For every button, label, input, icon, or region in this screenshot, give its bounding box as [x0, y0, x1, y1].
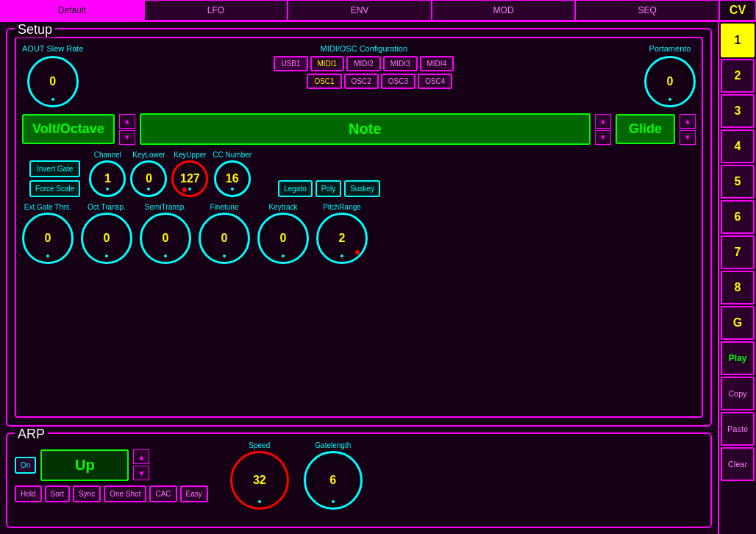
arp-label: ARP	[15, 427, 48, 442]
legato-button[interactable]: Legato	[278, 180, 313, 197]
cc-number-knob[interactable]: 16	[214, 160, 251, 197]
force-scale-button[interactable]: Force Scale	[29, 180, 80, 197]
channel-knob[interactable]: 1	[89, 160, 126, 197]
right-sidebar: 1 2 3 4 5 6 7 8 G Play Copy Paste Clear	[718, 22, 756, 534]
key-lower-knob[interactable]: 0	[130, 160, 167, 197]
usb1-btn[interactable]: USB1	[274, 56, 307, 71]
midi3-btn[interactable]: MIDI3	[383, 56, 418, 71]
finetune-label: Finetune	[210, 203, 239, 211]
sidebar-btn-8[interactable]: 8	[721, 271, 755, 305]
arp-top-row: On Up ▲ ▼	[15, 449, 208, 481]
midi-section: MIDI/OSC Configuration USB1 MIDI1 MIDI2 …	[91, 44, 637, 89]
sidebar-btn-6[interactable]: 6	[721, 200, 755, 234]
note-arrows: ▲ ▼	[595, 114, 611, 145]
key-lower-value: 0	[146, 172, 152, 185]
tab-env[interactable]: ENV	[288, 0, 432, 21]
pitch-range-value: 2	[339, 232, 346, 245]
gatelength-group: Gatelength 6	[304, 441, 363, 510]
ext-gate-knob[interactable]: 0	[22, 213, 74, 264]
arp-easy-button[interactable]: Easy	[180, 485, 208, 502]
sidebar-btn-g[interactable]: G	[721, 306, 755, 340]
arp-on-button[interactable]: On	[15, 457, 36, 474]
midi4-btn[interactable]: MIDI4	[420, 56, 454, 71]
note-display[interactable]: Note	[140, 113, 591, 145]
aout-knob[interactable]: 0	[27, 56, 79, 107]
note-up-arrow[interactable]: ▲	[595, 114, 611, 129]
sidebar-btn-7[interactable]: 7	[721, 235, 755, 269]
sidebar-btn-1[interactable]: 1	[721, 24, 755, 57]
arp-sort-button[interactable]: Sort	[45, 485, 70, 502]
key-upper-value: 127	[180, 172, 200, 185]
arp-sync-button[interactable]: Sync	[73, 485, 101, 502]
sidebar-btn-2[interactable]: 2	[721, 59, 755, 93]
volt-octave-button[interactable]: Volt/Octave	[22, 114, 115, 144]
tab-seq[interactable]: SEQ	[575, 0, 719, 21]
gatelength-value: 6	[329, 474, 336, 487]
ext-gate-value: 0	[45, 232, 51, 245]
finetune-knob[interactable]: 0	[199, 213, 250, 264]
tab-default[interactable]: Default	[0, 0, 144, 21]
cv-tab[interactable]: CV	[719, 0, 756, 21]
speed-knob[interactable]: 32	[230, 451, 289, 510]
oct-transp-label: Oct.Transp.	[88, 203, 126, 211]
arp-up-arrow[interactable]: ▲	[133, 449, 149, 464]
setup-inner: AOUT Slew Rate 0 MIDI/OSC Configuration …	[15, 37, 703, 418]
legato-poly-group: Legato Poly Suskey	[278, 180, 380, 197]
keytrack-group: Keytrack 0	[257, 203, 309, 264]
setup-bottom-row: Ext.Gate Thrs. 0 Oct.Transp. 0 SemiTrans…	[22, 203, 696, 264]
tab-mod[interactable]: MOD	[432, 0, 576, 21]
cc-number-value: 16	[226, 172, 239, 185]
semi-transp-knob[interactable]: 0	[140, 213, 191, 264]
midi-title: MIDI/OSC Configuration	[320, 44, 407, 53]
gatelength-knob[interactable]: 6	[304, 451, 363, 510]
setup-top-row: AOUT Slew Rate 0 MIDI/OSC Configuration …	[22, 44, 696, 107]
pitch-range-knob[interactable]: 2	[316, 213, 368, 264]
arp-one-shot-button[interactable]: One Shot	[104, 485, 146, 502]
setup-label: Setup	[15, 22, 55, 38]
portamento-knob[interactable]: 0	[644, 56, 696, 107]
midi2-btn[interactable]: MIDI2	[346, 56, 381, 71]
volt-down-arrow[interactable]: ▼	[119, 130, 135, 145]
sidebar-clear-button[interactable]: Clear	[721, 447, 755, 481]
note-down-arrow[interactable]: ▼	[595, 130, 611, 145]
sidebar-btn-3[interactable]: 3	[721, 94, 755, 128]
sidebar-paste-button[interactable]: Paste	[721, 412, 755, 446]
cc-number-group: CC Number 16	[213, 151, 252, 197]
oct-transp-knob[interactable]: 0	[81, 213, 132, 264]
sidebar-btn-4[interactable]: 4	[721, 129, 755, 163]
keytrack-knob[interactable]: 0	[257, 213, 309, 264]
midi1-btn[interactable]: MIDI1	[310, 56, 345, 71]
arp-display-arrows: ▲ ▼	[133, 449, 149, 480]
arp-panel: ARP On Up ▲ ▼ Hold Sort Sync	[6, 432, 712, 528]
invert-gate-button[interactable]: Invert Gate	[29, 160, 80, 177]
tab-lfo[interactable]: LFO	[144, 0, 288, 21]
speed-group: Speed 32	[230, 441, 289, 510]
keytrack-value: 0	[280, 232, 287, 245]
glide-button[interactable]: Glide	[616, 114, 675, 144]
finetune-group: Finetune 0	[199, 203, 250, 264]
portamento-section: Portamento 0	[644, 44, 696, 107]
arp-down-arrow[interactable]: ▼	[133, 466, 149, 480]
portamento-title: Portamento	[649, 44, 691, 53]
semi-transp-value: 0	[163, 232, 169, 245]
suskey-button[interactable]: Suskey	[344, 180, 380, 197]
arp-btn-row: Hold Sort Sync One Shot CAC Easy	[15, 485, 208, 502]
osc1-btn[interactable]: OSC1	[307, 74, 341, 89]
poly-button[interactable]: Poly	[315, 180, 341, 197]
osc3-btn[interactable]: OSC3	[381, 74, 416, 89]
glide-up-arrow[interactable]: ▲	[680, 114, 696, 129]
arp-speed-section: Speed 32 Gatelength 6	[230, 441, 363, 510]
sidebar-btn-5[interactable]: 5	[721, 165, 755, 199]
semi-transp-group: SemiTransp. 0	[140, 203, 191, 264]
sidebar-play-button[interactable]: Play	[721, 341, 755, 375]
glide-down-arrow[interactable]: ▼	[680, 130, 696, 145]
osc2-btn[interactable]: OSC2	[344, 74, 379, 89]
osc4-btn[interactable]: OSC4	[418, 74, 452, 89]
arp-hold-button[interactable]: Hold	[15, 485, 42, 502]
top-nav: Default LFO ENV MOD SEQ CV	[0, 0, 756, 22]
key-upper-knob[interactable]: 127	[171, 160, 208, 197]
sidebar-copy-button[interactable]: Copy	[721, 377, 755, 410]
volt-up-arrow[interactable]: ▲	[119, 114, 135, 129]
arp-cac-button[interactable]: CAC	[149, 485, 176, 502]
arp-display[interactable]: Up	[40, 449, 129, 481]
